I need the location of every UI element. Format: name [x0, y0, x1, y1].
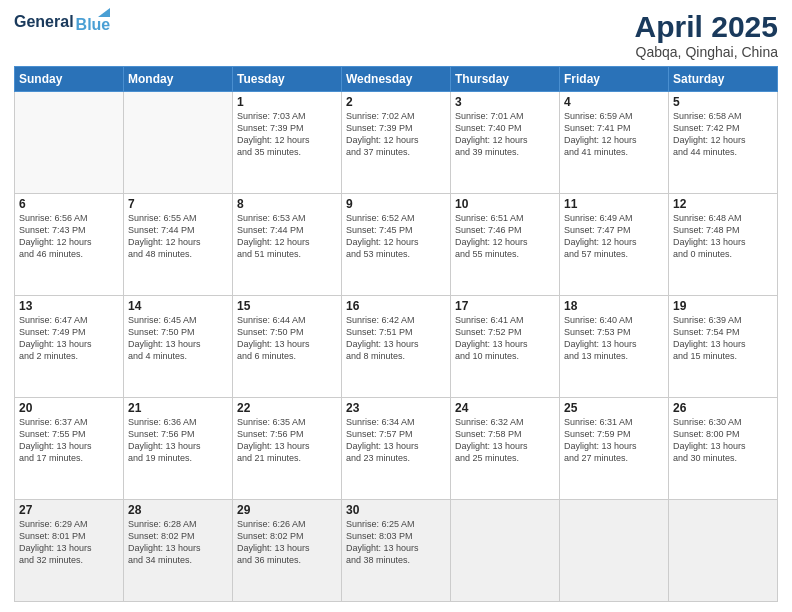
day-info: Sunrise: 6:39 AM Sunset: 7:54 PM Dayligh…	[673, 314, 773, 363]
day-info: Sunrise: 6:37 AM Sunset: 7:55 PM Dayligh…	[19, 416, 119, 465]
day-info: Sunrise: 6:29 AM Sunset: 8:01 PM Dayligh…	[19, 518, 119, 567]
day-info: Sunrise: 7:02 AM Sunset: 7:39 PM Dayligh…	[346, 110, 446, 159]
title-block: April 2025 Qabqa, Qinghai, China	[635, 10, 778, 60]
day-number: 23	[346, 401, 446, 415]
day-info: Sunrise: 6:55 AM Sunset: 7:44 PM Dayligh…	[128, 212, 228, 261]
day-info: Sunrise: 6:35 AM Sunset: 7:56 PM Dayligh…	[237, 416, 337, 465]
calendar-cell: 19Sunrise: 6:39 AM Sunset: 7:54 PM Dayli…	[669, 296, 778, 398]
day-info: Sunrise: 6:28 AM Sunset: 8:02 PM Dayligh…	[128, 518, 228, 567]
calendar-cell: 6Sunrise: 6:56 AM Sunset: 7:43 PM Daylig…	[15, 194, 124, 296]
calendar-cell: 29Sunrise: 6:26 AM Sunset: 8:02 PM Dayli…	[233, 500, 342, 602]
calendar-cell: 4Sunrise: 6:59 AM Sunset: 7:41 PM Daylig…	[560, 92, 669, 194]
day-info: Sunrise: 6:41 AM Sunset: 7:52 PM Dayligh…	[455, 314, 555, 363]
calendar-cell: 24Sunrise: 6:32 AM Sunset: 7:58 PM Dayli…	[451, 398, 560, 500]
calendar-cell: 15Sunrise: 6:44 AM Sunset: 7:50 PM Dayli…	[233, 296, 342, 398]
calendar-cell: 16Sunrise: 6:42 AM Sunset: 7:51 PM Dayli…	[342, 296, 451, 398]
calendar-cell: 13Sunrise: 6:47 AM Sunset: 7:49 PM Dayli…	[15, 296, 124, 398]
day-number: 18	[564, 299, 664, 313]
calendar-cell: 12Sunrise: 6:48 AM Sunset: 7:48 PM Dayli…	[669, 194, 778, 296]
day-info: Sunrise: 6:58 AM Sunset: 7:42 PM Dayligh…	[673, 110, 773, 159]
day-info: Sunrise: 6:59 AM Sunset: 7:41 PM Dayligh…	[564, 110, 664, 159]
day-info: Sunrise: 6:30 AM Sunset: 8:00 PM Dayligh…	[673, 416, 773, 465]
day-info: Sunrise: 7:03 AM Sunset: 7:39 PM Dayligh…	[237, 110, 337, 159]
calendar-cell	[124, 92, 233, 194]
day-number: 1	[237, 95, 337, 109]
calendar-cell: 11Sunrise: 6:49 AM Sunset: 7:47 PM Dayli…	[560, 194, 669, 296]
calendar-header-tuesday: Tuesday	[233, 67, 342, 92]
calendar-week-row: 1Sunrise: 7:03 AM Sunset: 7:39 PM Daylig…	[15, 92, 778, 194]
calendar-week-row: 6Sunrise: 6:56 AM Sunset: 7:43 PM Daylig…	[15, 194, 778, 296]
calendar-cell	[451, 500, 560, 602]
calendar-cell: 17Sunrise: 6:41 AM Sunset: 7:52 PM Dayli…	[451, 296, 560, 398]
day-number: 19	[673, 299, 773, 313]
page: General Blue April 2025 Qabqa, Qinghai, …	[0, 0, 792, 612]
calendar-cell: 9Sunrise: 6:52 AM Sunset: 7:45 PM Daylig…	[342, 194, 451, 296]
day-info: Sunrise: 6:47 AM Sunset: 7:49 PM Dayligh…	[19, 314, 119, 363]
calendar-week-row: 13Sunrise: 6:47 AM Sunset: 7:49 PM Dayli…	[15, 296, 778, 398]
calendar-cell: 18Sunrise: 6:40 AM Sunset: 7:53 PM Dayli…	[560, 296, 669, 398]
day-number: 24	[455, 401, 555, 415]
calendar-cell: 8Sunrise: 6:53 AM Sunset: 7:44 PM Daylig…	[233, 194, 342, 296]
calendar-header-monday: Monday	[124, 67, 233, 92]
calendar-cell: 21Sunrise: 6:36 AM Sunset: 7:56 PM Dayli…	[124, 398, 233, 500]
day-number: 20	[19, 401, 119, 415]
calendar-cell: 22Sunrise: 6:35 AM Sunset: 7:56 PM Dayli…	[233, 398, 342, 500]
day-number: 5	[673, 95, 773, 109]
subtitle: Qabqa, Qinghai, China	[635, 44, 778, 60]
calendar-cell: 3Sunrise: 7:01 AM Sunset: 7:40 PM Daylig…	[451, 92, 560, 194]
day-number: 28	[128, 503, 228, 517]
day-info: Sunrise: 6:56 AM Sunset: 7:43 PM Dayligh…	[19, 212, 119, 261]
day-info: Sunrise: 6:53 AM Sunset: 7:44 PM Dayligh…	[237, 212, 337, 261]
calendar-week-row: 20Sunrise: 6:37 AM Sunset: 7:55 PM Dayli…	[15, 398, 778, 500]
calendar-cell	[560, 500, 669, 602]
day-number: 29	[237, 503, 337, 517]
day-number: 6	[19, 197, 119, 211]
calendar-cell: 20Sunrise: 6:37 AM Sunset: 7:55 PM Dayli…	[15, 398, 124, 500]
day-number: 30	[346, 503, 446, 517]
day-number: 14	[128, 299, 228, 313]
day-info: Sunrise: 6:48 AM Sunset: 7:48 PM Dayligh…	[673, 212, 773, 261]
day-number: 17	[455, 299, 555, 313]
day-number: 10	[455, 197, 555, 211]
day-number: 27	[19, 503, 119, 517]
day-number: 3	[455, 95, 555, 109]
day-info: Sunrise: 6:45 AM Sunset: 7:50 PM Dayligh…	[128, 314, 228, 363]
logo-general-text: General	[14, 13, 74, 31]
calendar-cell: 27Sunrise: 6:29 AM Sunset: 8:01 PM Dayli…	[15, 500, 124, 602]
day-number: 26	[673, 401, 773, 415]
day-info: Sunrise: 6:34 AM Sunset: 7:57 PM Dayligh…	[346, 416, 446, 465]
calendar-header-row: SundayMondayTuesdayWednesdayThursdayFrid…	[15, 67, 778, 92]
calendar-cell: 25Sunrise: 6:31 AM Sunset: 7:59 PM Dayli…	[560, 398, 669, 500]
calendar-cell: 14Sunrise: 6:45 AM Sunset: 7:50 PM Dayli…	[124, 296, 233, 398]
day-number: 13	[19, 299, 119, 313]
day-info: Sunrise: 6:36 AM Sunset: 7:56 PM Dayligh…	[128, 416, 228, 465]
day-number: 25	[564, 401, 664, 415]
calendar-header-thursday: Thursday	[451, 67, 560, 92]
day-info: Sunrise: 6:31 AM Sunset: 7:59 PM Dayligh…	[564, 416, 664, 465]
day-number: 9	[346, 197, 446, 211]
calendar-cell: 1Sunrise: 7:03 AM Sunset: 7:39 PM Daylig…	[233, 92, 342, 194]
logo: General Blue	[14, 10, 110, 33]
logo-blue-text: Blue	[76, 17, 111, 33]
day-info: Sunrise: 6:42 AM Sunset: 7:51 PM Dayligh…	[346, 314, 446, 363]
calendar-header-saturday: Saturday	[669, 67, 778, 92]
calendar-cell: 7Sunrise: 6:55 AM Sunset: 7:44 PM Daylig…	[124, 194, 233, 296]
day-info: Sunrise: 7:01 AM Sunset: 7:40 PM Dayligh…	[455, 110, 555, 159]
calendar-cell: 30Sunrise: 6:25 AM Sunset: 8:03 PM Dayli…	[342, 500, 451, 602]
header: General Blue April 2025 Qabqa, Qinghai, …	[14, 10, 778, 60]
day-info: Sunrise: 6:40 AM Sunset: 7:53 PM Dayligh…	[564, 314, 664, 363]
day-number: 12	[673, 197, 773, 211]
day-number: 7	[128, 197, 228, 211]
day-info: Sunrise: 6:49 AM Sunset: 7:47 PM Dayligh…	[564, 212, 664, 261]
day-info: Sunrise: 6:52 AM Sunset: 7:45 PM Dayligh…	[346, 212, 446, 261]
day-number: 22	[237, 401, 337, 415]
calendar-header-friday: Friday	[560, 67, 669, 92]
calendar-week-row: 27Sunrise: 6:29 AM Sunset: 8:01 PM Dayli…	[15, 500, 778, 602]
day-number: 15	[237, 299, 337, 313]
calendar-cell	[669, 500, 778, 602]
calendar-header-wednesday: Wednesday	[342, 67, 451, 92]
day-info: Sunrise: 6:25 AM Sunset: 8:03 PM Dayligh…	[346, 518, 446, 567]
day-number: 21	[128, 401, 228, 415]
day-info: Sunrise: 6:32 AM Sunset: 7:58 PM Dayligh…	[455, 416, 555, 465]
calendar-cell: 26Sunrise: 6:30 AM Sunset: 8:00 PM Dayli…	[669, 398, 778, 500]
